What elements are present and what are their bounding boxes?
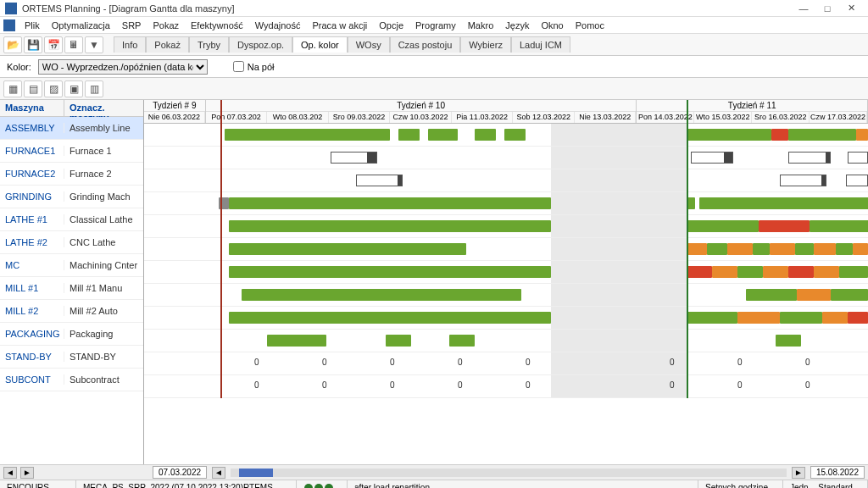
filter-icon[interactable]: ▼ bbox=[85, 36, 103, 53]
tab-6[interactable]: Czas postoju bbox=[390, 36, 461, 53]
menu-srp[interactable]: SRP bbox=[116, 19, 147, 32]
gantt-row[interactable] bbox=[144, 215, 868, 238]
gantt-bar[interactable] bbox=[398, 129, 420, 141]
machine-row[interactable]: SUBCONTSubcontract bbox=[0, 369, 143, 391]
tab-0[interactable]: Info bbox=[114, 36, 146, 53]
gantt-bar[interactable] bbox=[242, 289, 521, 301]
col-oznacz[interactable]: Oznacz. maszyny bbox=[64, 100, 143, 116]
save-icon[interactable]: 💾 bbox=[24, 36, 42, 53]
gantt-bar[interactable] bbox=[814, 243, 836, 255]
menu-opcje[interactable]: Opcje bbox=[373, 19, 409, 32]
gantt-bar[interactable] bbox=[727, 243, 753, 255]
gantt-bar[interactable] bbox=[229, 220, 551, 232]
gantt-row[interactable] bbox=[144, 147, 868, 169]
menu-plik[interactable]: Plik bbox=[19, 19, 46, 32]
gantt-bar[interactable] bbox=[753, 243, 770, 255]
scroll-left2-icon[interactable]: ◄ bbox=[212, 467, 225, 479]
view3-icon[interactable]: ▨ bbox=[44, 80, 63, 97]
menu-wydajność[interactable]: Wydajność bbox=[249, 19, 307, 32]
work-box[interactable] bbox=[691, 152, 733, 164]
gantt-bar[interactable] bbox=[763, 266, 788, 278]
napol-checkbox[interactable] bbox=[233, 61, 244, 72]
menu-makro[interactable]: Makro bbox=[462, 19, 500, 32]
gantt-row[interactable] bbox=[144, 261, 868, 284]
machine-row[interactable]: FURNACE2Furnace 2 bbox=[0, 163, 143, 186]
gantt-bar[interactable] bbox=[428, 129, 458, 141]
menu-optymalizacja[interactable]: Optymalizacja bbox=[46, 19, 116, 32]
gantt-row[interactable] bbox=[144, 192, 868, 215]
gantt-bar[interactable] bbox=[788, 266, 814, 278]
tab-8[interactable]: Laduj ICM bbox=[511, 36, 570, 53]
time-scrollbar[interactable]: ◄► 07.03.2022 ◄ ► 15.08.2022 bbox=[0, 464, 868, 480]
work-box[interactable] bbox=[788, 152, 831, 164]
gantt-row[interactable] bbox=[144, 284, 868, 307]
gantt-bar[interactable] bbox=[788, 129, 856, 141]
gantt-bar[interactable] bbox=[229, 312, 551, 324]
gantt-row[interactable]: 00000000 bbox=[144, 375, 868, 398]
work-box[interactable] bbox=[331, 152, 377, 164]
gantt-bar[interactable] bbox=[687, 129, 771, 141]
gantt-bar[interactable] bbox=[687, 266, 712, 278]
gantt-bar[interactable] bbox=[737, 266, 763, 278]
gantt-bar[interactable] bbox=[776, 335, 801, 347]
gantt-bar[interactable] bbox=[853, 243, 868, 255]
view2-icon[interactable]: ▤ bbox=[24, 80, 42, 97]
gantt-row[interactable] bbox=[144, 330, 868, 352]
machine-row[interactable]: ASSEMBLYAssembly Line bbox=[0, 117, 143, 140]
machine-row[interactable]: MILL #2Mill #2 Auto bbox=[0, 300, 143, 323]
view4-icon[interactable]: ▣ bbox=[64, 80, 83, 97]
calendar-icon[interactable]: 📅 bbox=[44, 36, 63, 53]
menu-praca w akcji[interactable]: Praca w akcji bbox=[306, 19, 373, 32]
gantt-bar[interactable] bbox=[839, 266, 868, 278]
machine-row[interactable]: PACKAGINGPackaging bbox=[0, 323, 143, 346]
close-button[interactable]: ✕ bbox=[839, 3, 863, 14]
gantt-bar[interactable] bbox=[687, 243, 707, 255]
machine-row[interactable]: STAND-BYSTAND-BY bbox=[0, 346, 143, 369]
view5-icon[interactable]: ▥ bbox=[85, 80, 103, 97]
gantt-bar[interactable] bbox=[814, 266, 839, 278]
calc-icon[interactable]: 🖩 bbox=[64, 36, 83, 53]
gantt-bar[interactable] bbox=[229, 243, 466, 255]
gantt-bar[interactable] bbox=[504, 129, 526, 141]
gantt-bar[interactable] bbox=[707, 243, 727, 255]
scroll-track[interactable] bbox=[231, 469, 787, 477]
gantt-bar[interactable] bbox=[229, 197, 551, 209]
tab-3[interactable]: Dyspoz.op. bbox=[229, 36, 292, 53]
gantt-row[interactable] bbox=[144, 307, 868, 330]
work-box[interactable] bbox=[846, 175, 868, 186]
gantt-bar[interactable] bbox=[712, 266, 737, 278]
gantt-bar[interactable] bbox=[810, 220, 868, 232]
gantt-row[interactable]: 00000000 bbox=[144, 352, 868, 375]
menu-pokaz[interactable]: Pokaz bbox=[147, 19, 185, 32]
gantt-bar[interactable] bbox=[687, 312, 737, 324]
menu-pomoc[interactable]: Pomoc bbox=[570, 19, 610, 32]
open-icon[interactable]: 📂 bbox=[3, 36, 22, 53]
gantt-bar[interactable] bbox=[699, 197, 868, 209]
gantt-bar[interactable] bbox=[267, 335, 326, 347]
gantt-bar[interactable] bbox=[386, 335, 411, 347]
gantt-bar[interactable] bbox=[229, 266, 551, 278]
scroll-right2-icon[interactable]: ► bbox=[792, 467, 805, 479]
gantt-row[interactable] bbox=[144, 169, 868, 192]
menu-efektywność[interactable]: Efektywność bbox=[185, 19, 249, 32]
gantt-row[interactable] bbox=[144, 238, 868, 261]
machine-row[interactable]: MCMachining Cnter bbox=[0, 254, 143, 277]
gantt-bar[interactable] bbox=[822, 312, 848, 324]
gantt-bar[interactable] bbox=[687, 220, 759, 232]
gantt-bar[interactable] bbox=[780, 312, 822, 324]
gantt-bar[interactable] bbox=[771, 129, 788, 141]
machine-row[interactable]: LATHE #1Classical Lathe bbox=[0, 208, 143, 231]
tab-5[interactable]: WOsy bbox=[348, 36, 390, 53]
col-maszyna[interactable]: Maszyna bbox=[0, 100, 64, 116]
menu-język[interactable]: Język bbox=[499, 19, 535, 32]
scroll-left-icon[interactable]: ◄ bbox=[3, 467, 17, 479]
gantt-bar[interactable] bbox=[856, 129, 868, 141]
gantt-bar[interactable] bbox=[225, 129, 390, 141]
machine-row[interactable]: LATHE #2CNC Lathe bbox=[0, 231, 143, 254]
scroll-right-icon[interactable]: ► bbox=[20, 467, 34, 479]
gantt-bar[interactable] bbox=[795, 243, 814, 255]
gantt-bar[interactable] bbox=[836, 243, 853, 255]
tab-2[interactable]: Tryby bbox=[189, 36, 229, 53]
tab-1[interactable]: Pokaż bbox=[146, 36, 189, 53]
tab-4[interactable]: Op. kolor bbox=[292, 36, 348, 53]
